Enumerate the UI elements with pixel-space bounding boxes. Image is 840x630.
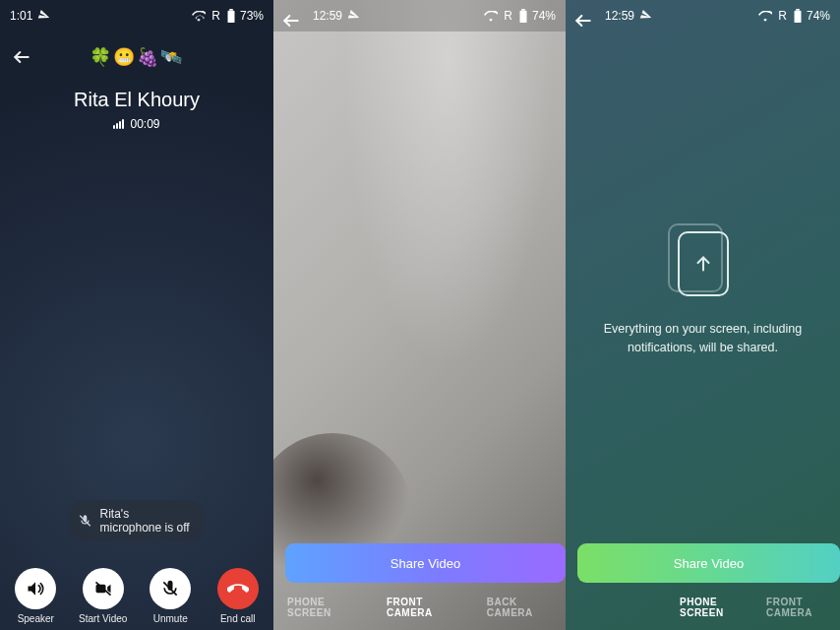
telegram-icon <box>346 8 361 23</box>
wifi-icon <box>192 11 206 22</box>
status-bar: 12:59 R 74% <box>273 0 566 32</box>
tab-back-camera[interactable]: BACK CAMERA <box>487 597 564 618</box>
status-bar: 12:59 R 74% <box>566 0 840 32</box>
call-button-row: Speaker Start Video Unmute End call <box>0 568 273 624</box>
end-call-icon <box>217 568 259 609</box>
status-time: 12:59 <box>605 9 634 23</box>
tab-phone-screen[interactable]: PHONE SCREEN <box>287 597 369 618</box>
status-time: 1:01 <box>10 9 32 23</box>
video-off-icon <box>83 568 124 609</box>
battery-percent: 74% <box>807 9 830 23</box>
screen-call: 1:01 R 73% 🍀😬🍇🛰️ Rita El Khoury 00:09 Ri… <box>0 0 273 630</box>
back-button[interactable] <box>568 5 599 36</box>
telegram-icon <box>37 8 52 23</box>
battery-icon <box>793 9 803 23</box>
wifi-icon <box>758 11 772 22</box>
share-video-button[interactable]: Share Video <box>577 543 840 583</box>
battery-icon <box>518 9 528 23</box>
svg-rect-9 <box>794 11 801 23</box>
source-tabs: PHONE SCREEN FRONT CAMERA <box>577 597 840 618</box>
roaming-indicator: R <box>211 9 220 23</box>
mic-off-notice: Rita's microphone is off <box>69 500 206 541</box>
call-duration: 00:09 <box>130 117 159 131</box>
back-button[interactable] <box>275 5 307 36</box>
roaming-indicator: R <box>504 9 512 23</box>
end-call-button[interactable]: End call <box>206 568 270 624</box>
source-tabs: PHONE SCREEN FRONT CAMERA BACK CAMERA <box>285 597 566 618</box>
wifi-icon <box>484 11 498 22</box>
tab-front-camera[interactable]: FRONT CAMERA <box>766 597 836 618</box>
screen-share-info: Everything on your screen, including not… <box>566 231 840 357</box>
signal-strength-icon <box>113 119 124 129</box>
svg-rect-6 <box>521 9 525 11</box>
mic-off-icon <box>79 514 92 528</box>
status-time: 12:59 <box>313 9 342 23</box>
speaker-icon <box>15 568 56 609</box>
battery-percent: 74% <box>532 9 556 23</box>
status-bar: 1:01 R 73% <box>0 0 273 32</box>
svg-rect-8 <box>796 9 800 11</box>
start-video-button[interactable]: Start Video <box>71 568 136 624</box>
call-topbar: 🍀😬🍇🛰️ <box>0 32 273 83</box>
call-status: 00:09 <box>113 117 159 131</box>
telegram-icon <box>638 8 653 23</box>
screen-share-text: Everything on your screen, including not… <box>583 320 822 357</box>
battery-icon <box>226 9 236 23</box>
speaker-button[interactable]: Speaker <box>3 568 68 624</box>
roaming-indicator: R <box>778 9 787 23</box>
svg-rect-7 <box>519 11 526 23</box>
share-panel: Share Video PHONE SCREEN FRONT CAMERA BA… <box>285 543 566 618</box>
caller-block: Rita El Khoury 00:09 <box>0 89 273 133</box>
mic-off-icon <box>150 568 191 609</box>
svg-rect-0 <box>229 9 233 11</box>
caller-name: Rita El Khoury <box>0 89 273 111</box>
battery-percent: 73% <box>240 9 264 23</box>
unmute-button[interactable]: Unmute <box>138 568 203 624</box>
svg-rect-1 <box>227 11 234 23</box>
tab-front-camera[interactable]: FRONT CAMERA <box>387 597 469 618</box>
share-panel: Share Video PHONE SCREEN FRONT CAMERA <box>577 543 840 618</box>
screen-share-icon <box>678 231 729 296</box>
tab-phone-screen[interactable]: PHONE SCREEN <box>680 597 749 618</box>
screen-front-camera: 12:59 R 74% Share Video PHONE SCREEN FRO… <box>273 0 566 630</box>
share-video-button[interactable]: Share Video <box>285 543 566 583</box>
screen-phone-screen-share: 12:59 R 74% Everything on your screen, i… <box>566 0 840 630</box>
encryption-emoji: 🍀😬🍇🛰️ <box>22 46 252 68</box>
mic-off-text: Rita's microphone is off <box>100 507 192 535</box>
